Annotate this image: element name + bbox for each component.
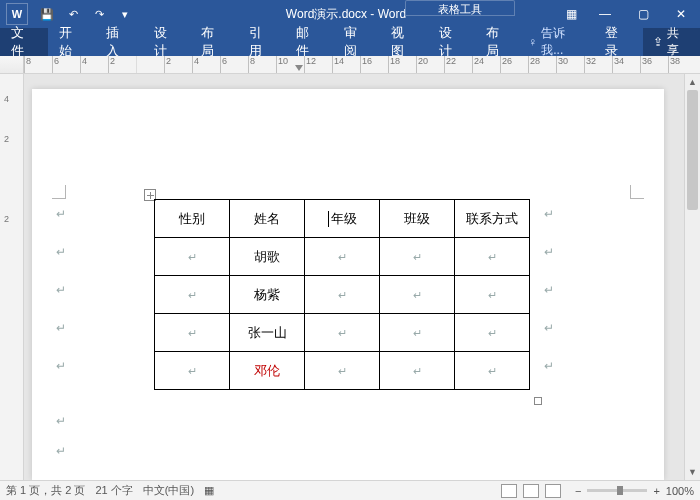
table-cell[interactable]: ↵ <box>155 314 230 352</box>
table-cell[interactable]: ↵ <box>305 276 380 314</box>
cell-mark-icon: ↵ <box>188 289 197 301</box>
ruler-tick: 8 <box>248 56 276 73</box>
vertical-ruler[interactable]: 422 <box>0 74 24 480</box>
status-indicator-icon[interactable]: ▦ <box>204 484 214 497</box>
table-header-cell[interactable]: 联系方式 <box>455 200 530 238</box>
paragraph-mark-icon <box>56 414 66 428</box>
table-cell[interactable]: ↵ <box>155 352 230 390</box>
tab-table-layout[interactable]: 布局 <box>475 28 522 56</box>
table-cell[interactable]: ↵ <box>455 352 530 390</box>
ruler-tick: 12 <box>304 56 332 73</box>
tab-home[interactable]: 开始 <box>48 28 96 56</box>
status-language[interactable]: 中文(中国) <box>143 483 194 498</box>
cell-mark-icon: ↵ <box>413 289 422 301</box>
zoom-slider[interactable] <box>587 489 647 492</box>
text-cursor-icon <box>328 211 329 227</box>
ruler-tick: 32 <box>584 56 612 73</box>
table-cell[interactable]: ↵ <box>380 238 455 276</box>
ruler-tick: 4 <box>4 94 9 104</box>
tab-references[interactable]: 引用 <box>238 28 286 56</box>
scroll-down-icon[interactable]: ▼ <box>685 464 700 480</box>
cell-mark-icon: ↵ <box>188 251 197 263</box>
tab-insert[interactable]: 插入 <box>95 28 143 56</box>
tab-review[interactable]: 审阅 <box>333 28 381 56</box>
table-cell[interactable]: ↵ <box>155 276 230 314</box>
save-icon[interactable]: 💾 <box>36 3 58 25</box>
table-cell[interactable]: 张一山 <box>230 314 305 352</box>
page[interactable]: 性别姓名年级班级联系方式↵胡歌↵↵↵↵杨紫↵↵↵↵张一山↵↵↵↵邓伦↵↵↵ <box>32 89 664 480</box>
document-area[interactable]: 性别姓名年级班级联系方式↵胡歌↵↵↵↵杨紫↵↵↵↵张一山↵↵↵↵邓伦↵↵↵ <box>24 74 684 480</box>
cell-mark-icon: ↵ <box>338 365 347 377</box>
tell-me-search[interactable]: ♀ 告诉我... <box>522 25 591 59</box>
scroll-thumb[interactable] <box>687 90 698 210</box>
tab-file[interactable]: 文件 <box>0 28 48 56</box>
vertical-scrollbar[interactable]: ▲ ▼ <box>684 74 700 480</box>
table-header-cell[interactable]: 年级 <box>305 200 380 238</box>
table-cell[interactable]: ↵ <box>155 238 230 276</box>
table-cell[interactable]: 胡歌 <box>230 238 305 276</box>
login-button[interactable]: 登录 <box>594 24 641 60</box>
table-cell[interactable]: ↵ <box>380 352 455 390</box>
ruler-tick: 4 <box>192 56 220 73</box>
table-cell[interactable]: ↵ <box>305 238 380 276</box>
ribbon-display-icon[interactable]: ▦ <box>556 0 586 28</box>
table-resize-handle-icon[interactable] <box>534 397 542 405</box>
table-row: 性别姓名年级班级联系方式 <box>155 200 530 238</box>
horizontal-ruler[interactable]: 86422468101214161820222426283032343638 <box>0 56 700 74</box>
table-header-cell[interactable]: 班级 <box>380 200 455 238</box>
share-icon: ⇪ <box>653 35 663 49</box>
zoom-out-button[interactable]: − <box>575 485 581 497</box>
ruler-tick: 8 <box>24 56 52 73</box>
word-table[interactable]: 性别姓名年级班级联系方式↵胡歌↵↵↵↵杨紫↵↵↵↵张一山↵↵↵↵邓伦↵↵↵ <box>154 199 530 390</box>
ruler-tick: 6 <box>52 56 80 73</box>
status-page[interactable]: 第 1 页，共 2 页 <box>6 483 85 498</box>
share-button[interactable]: ⇪ 共享 <box>643 28 700 56</box>
table-cell[interactable]: ↵ <box>305 352 380 390</box>
tab-view[interactable]: 视图 <box>380 28 428 56</box>
undo-icon[interactable]: ↶ <box>62 3 84 25</box>
zoom-slider-thumb[interactable] <box>617 486 623 495</box>
tab-mailings[interactable]: 邮件 <box>285 28 333 56</box>
table-cell[interactable]: ↵ <box>455 314 530 352</box>
table-cell[interactable]: ↵ <box>380 314 455 352</box>
cell-mark-icon: ↵ <box>338 251 347 263</box>
ruler-tick: 16 <box>360 56 388 73</box>
redo-icon[interactable]: ↷ <box>88 3 110 25</box>
view-web-icon[interactable] <box>545 484 561 498</box>
ruler-tick: 20 <box>416 56 444 73</box>
table-cell[interactable]: ↵ <box>455 276 530 314</box>
view-print-icon[interactable] <box>523 484 539 498</box>
status-char-count[interactable]: 21 个字 <box>95 483 132 498</box>
qat-more-icon[interactable]: ▾ <box>114 3 136 25</box>
zoom-level[interactable]: 100% <box>666 485 694 497</box>
ruler-tick: 2 <box>164 56 192 73</box>
table-cell[interactable]: 邓伦 <box>230 352 305 390</box>
tab-table-design[interactable]: 设计 <box>428 28 475 56</box>
table-cell[interactable]: ↵ <box>380 276 455 314</box>
tab-design[interactable]: 设计 <box>143 28 191 56</box>
ruler-tick: 26 <box>500 56 528 73</box>
cell-mark-icon: ↵ <box>338 289 347 301</box>
paragraph-mark-icon <box>544 321 554 335</box>
close-button[interactable]: ✕ <box>662 0 700 28</box>
table-cell[interactable]: ↵ <box>305 314 380 352</box>
table-cell[interactable]: ↵ <box>455 238 530 276</box>
paragraph-mark-icon <box>544 283 554 297</box>
scroll-up-icon[interactable]: ▲ <box>685 74 700 90</box>
paragraph-mark-icon <box>544 359 554 373</box>
cell-mark-icon: ↵ <box>488 327 497 339</box>
tab-layout[interactable]: 布局 <box>190 28 238 56</box>
cell-text: 年级 <box>331 211 357 226</box>
paragraph-mark-icon <box>544 245 554 259</box>
cell-text: 杨紫 <box>254 287 280 302</box>
cell-mark-icon: ↵ <box>338 327 347 339</box>
zoom-in-button[interactable]: + <box>653 485 659 497</box>
table-header-cell[interactable]: 性别 <box>155 200 230 238</box>
ribbon-tabs: 文件 开始 插入 设计 布局 引用 邮件 审阅 视图 设计 布局 ♀ 告诉我..… <box>0 28 700 56</box>
indent-marker-icon[interactable] <box>295 65 303 71</box>
view-read-icon[interactable] <box>501 484 517 498</box>
ruler-tick: 28 <box>528 56 556 73</box>
table-cell[interactable]: 杨紫 <box>230 276 305 314</box>
paragraph-mark-icon <box>56 444 66 458</box>
table-header-cell[interactable]: 姓名 <box>230 200 305 238</box>
